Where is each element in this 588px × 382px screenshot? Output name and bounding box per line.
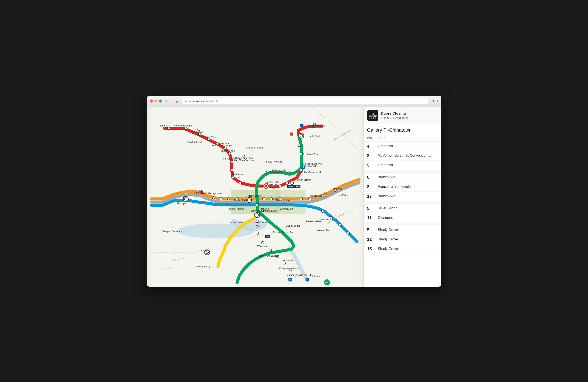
svg-text:National Mall: National Mall — [276, 199, 290, 201]
maximize-button[interactable] — [159, 99, 162, 103]
app-icon: DC METRO — [367, 110, 378, 121]
arrival-row: 12 Shady Grove — [364, 235, 441, 244]
svg-text:Shaw-Howard U: Shaw-Howard U — [266, 160, 283, 163]
svg-text:Bethesda: Bethesda — [159, 124, 169, 127]
share-button[interactable]: ⬆ — [432, 99, 435, 103]
arrival-row: 9 Greenbelt — [364, 160, 441, 170]
arrivals-header: MIN DEST — [364, 135, 441, 142]
svg-text:H: H — [291, 133, 293, 135]
arrival-dest: Shady Grove — [378, 228, 438, 232]
url-display: dcmetro.devshack.io — [189, 99, 214, 103]
new-tab-button[interactable]: + — [436, 99, 438, 103]
svg-text:Southern Ave: Southern Ave — [286, 274, 300, 276]
svg-point-30 — [232, 176, 234, 179]
tab-bar-toggle[interactable]: ▤ — [176, 99, 178, 103]
svg-text:✈: ✈ — [183, 198, 185, 201]
svg-text:L'Enfant Plaza: L'Enfant Plaza — [253, 221, 268, 224]
svg-text:Dupont Circle: Dupont Circle — [220, 150, 235, 152]
arrival-dest: Greenbelt — [378, 144, 438, 148]
arrival-row: 5 Silver Spring — [364, 204, 441, 213]
arrival-row: 6 Branch Ave — [364, 173, 441, 182]
app-info: Doors Closing The app is even better! — [381, 111, 438, 119]
svg-text:METRO: METRO — [369, 115, 377, 117]
svg-point-51 — [338, 223, 341, 226]
svg-text:Navy Mem/Penn Quarter: Navy Mem/Penn Quarter — [251, 209, 277, 212]
group-separator — [364, 201, 441, 204]
svg-text:1: 1 — [282, 201, 284, 204]
svg-text:✈: ✈ — [265, 235, 267, 238]
svg-text:Smithsonian: Smithsonian — [230, 221, 242, 224]
arrival-row: 4 Greenbelt — [364, 142, 441, 151]
svg-text:P: P — [306, 278, 308, 281]
svg-text:Anacostia: Anacostia — [283, 259, 294, 261]
forward-button[interactable]: › — [169, 99, 173, 103]
group-separator — [364, 223, 441, 225]
svg-text:War Mem/Cardozo: War Mem/Cardozo — [234, 159, 254, 161]
arrival-dest: Glenmont — [378, 216, 438, 220]
svg-point-158 — [369, 117, 370, 119]
svg-text:Navy Yard-Ballpark: Navy Yard-Ballpark — [259, 254, 279, 257]
sidebar: DC METRO Doors Closing The app is even b… — [363, 107, 441, 287]
svg-point-46 — [308, 198, 311, 200]
svg-point-57 — [261, 241, 264, 244]
back-button[interactable]: ‹ — [165, 99, 168, 103]
svg-text:Congress Heights: Congress Heights — [279, 267, 298, 269]
svg-text:Farragut West: Farragut West — [208, 192, 223, 194]
svg-text:Columbia Heights: Columbia Heights — [245, 146, 264, 149]
arrival-dest: Franconia-Springfield — [378, 185, 438, 189]
lock-icon: 🔒 — [184, 100, 187, 103]
minimize-button[interactable] — [154, 99, 157, 103]
svg-point-21 — [167, 127, 170, 130]
arrival-min: 4 — [367, 144, 378, 149]
map-area[interactable]: GR P P P P P MARC VRE VRE — [147, 107, 363, 287]
app-title: Doors Closing — [381, 111, 438, 116]
refresh-button[interactable]: ↻ — [216, 99, 218, 103]
arrival-min: 15 — [367, 247, 378, 251]
svg-point-31 — [239, 181, 242, 184]
arrival-dest: Silver Spring — [378, 206, 438, 210]
svg-text:NoMa-Gallaudet U: NoMa-Gallaudet U — [301, 171, 320, 174]
svg-text:7th St-Convention Center: 7th St-Convention Center — [266, 171, 292, 174]
svg-point-36 — [298, 144, 300, 147]
arrival-dest: Greenbelt — [378, 163, 438, 167]
traffic-lights — [150, 99, 162, 103]
svg-point-39 — [220, 198, 222, 200]
svg-point-11 — [248, 199, 250, 201]
svg-text:Arlington Cemetery: Arlington Cemetery — [162, 230, 182, 233]
arrival-dest: Branch Ave — [378, 194, 438, 198]
close-button[interactable] — [150, 99, 153, 103]
svg-text:Federal Triangle: Federal Triangle — [227, 207, 244, 210]
arrival-min: 8 — [367, 153, 378, 158]
arrival-min: 5 — [367, 206, 378, 211]
address-bar[interactable]: 🔒 dcmetro.devshack.io ↻ — [182, 98, 428, 104]
arrival-row: 5 Shady Grove — [364, 225, 441, 235]
svg-point-26 — [224, 147, 227, 150]
arrival-row: 17 Branch Ave — [364, 192, 441, 201]
svg-text:Van Ness-UDC: Van Ness-UDC — [200, 135, 216, 138]
svg-text:Minnesota: Minnesota — [310, 194, 321, 197]
svg-point-161 — [375, 117, 376, 119]
svg-point-43 — [270, 198, 273, 200]
svg-point-20 — [290, 181, 294, 184]
svg-text:Naylor Rd: Naylor Rd — [300, 274, 311, 276]
arrival-dest: Shady Grove — [378, 237, 438, 241]
content-area: GR P P P P P MARC VRE VRE — [147, 107, 441, 287]
svg-point-29 — [231, 169, 233, 171]
svg-text:GR: GR — [325, 281, 329, 284]
arrival-row: 8 Franconia-Springfield — [364, 182, 441, 192]
min-header: MIN — [367, 137, 378, 140]
svg-text:Fort Totten: Fort Totten — [309, 135, 320, 137]
svg-text:Union Station: Union Station — [297, 179, 311, 181]
svg-text:Eastern Market: Eastern Market — [306, 220, 322, 223]
browser-window: ‹ › ▤ 🔒 dcmetro.devshack.io ↻ ⬆ + — [147, 96, 441, 287]
svg-text:Federal Center SW: Federal Center SW — [273, 231, 293, 233]
svg-text:🏛: 🏛 — [225, 202, 230, 207]
arrival-row: 15 Shady Grove — [364, 244, 441, 254]
svg-point-28 — [231, 160, 233, 163]
svg-text:P: P — [303, 166, 304, 168]
toolbar-right: ⬆ + — [432, 99, 438, 103]
svg-point-45 — [300, 198, 302, 200]
svg-text:Capitol South: Capitol South — [286, 225, 300, 227]
svg-text:Chinatown: Chinatown — [267, 183, 278, 185]
svg-point-33 — [286, 182, 289, 184]
